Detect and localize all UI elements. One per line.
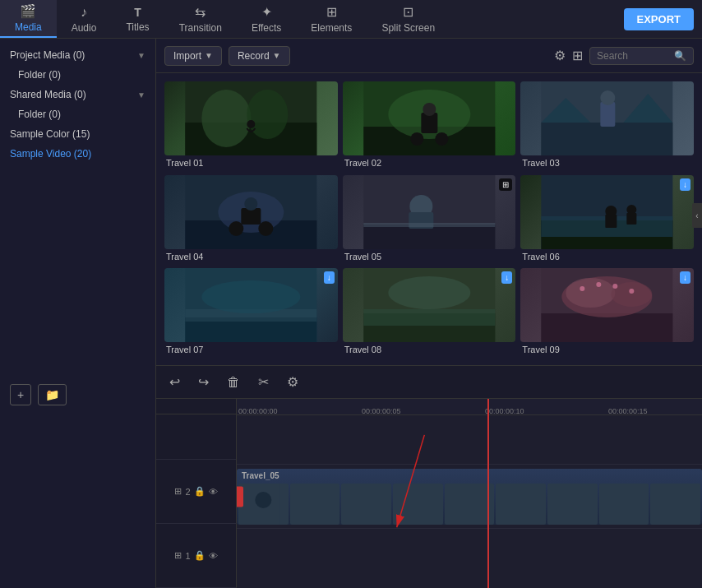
video-thumb-travel04 (164, 175, 338, 249)
export-button[interactable]: EXPORT (624, 8, 694, 30)
svg-point-4 (247, 120, 255, 128)
svg-point-9 (423, 103, 436, 116)
svg-point-23 (229, 221, 243, 236)
svg-point-15 (601, 90, 616, 105)
video-label-travel07: Travel 07 (164, 345, 338, 354)
undo-button[interactable]: ↩ (164, 372, 185, 392)
redo-button[interactable]: ↪ (193, 372, 214, 392)
clip-thumb-2 (290, 484, 340, 525)
grid-icon[interactable]: ⊞ (572, 48, 583, 63)
time-mark-15: 00:00:00:15 (608, 407, 648, 415)
svg-point-22 (244, 197, 257, 211)
media-icon: 🎬 (20, 3, 36, 19)
search-input[interactable] (597, 50, 671, 62)
track-eye-icon-1[interactable]: 👁 (209, 551, 218, 561)
svg-point-50 (580, 286, 585, 291)
nav-transition[interactable]: ⇆ Transition (164, 0, 237, 38)
timeline-clip[interactable]: Travel_05 (237, 469, 702, 525)
sidebar-item-shared-media[interactable]: Shared Media (0) ▼ (0, 85, 155, 104)
track-eye-icon-2[interactable]: 👁 (209, 487, 218, 497)
video-card-travel08[interactable]: ↓ Travel 08 (343, 268, 516, 357)
time-ruler: 00:00:00:00 00:00:00:05 00:00:00:10 00:0… (237, 399, 702, 415)
nav-elements[interactable]: ⊞ Elements (296, 0, 367, 38)
cut-button[interactable]: ✂ (253, 372, 274, 392)
timeline-toolbar: ↩ ↪ 🗑 ✂ ⚙ (156, 366, 702, 399)
sidebar-item-sample-video[interactable]: Sample Video (20) (0, 144, 155, 164)
timeline-container: ⊞ 2 🔒 👁 ⊞ 1 🔒 👁 (156, 399, 702, 588)
video-card-travel03[interactable]: Travel 03 (520, 81, 694, 170)
video-label-travel01: Travel 01 (164, 158, 338, 168)
clip-thumb-4 (393, 484, 443, 525)
download-badge-09: ↓ (680, 271, 690, 284)
timeline-area: ↩ ↪ 🗑 ✂ ⚙ ⊞ 2 🔒 (156, 365, 702, 588)
video-card-travel02[interactable]: Travel 02 (343, 81, 516, 170)
sidebar-item-folder-1[interactable]: Folder (0) (0, 104, 155, 124)
video-card-travel01[interactable]: Travel 01 (164, 81, 338, 170)
video-card-travel04[interactable]: Travel 04 (164, 175, 338, 264)
video-grid: Travel 01 Travel 02 (156, 73, 702, 365)
playhead-marker (237, 486, 243, 507)
splitscreen-icon: ⊡ (403, 4, 413, 20)
collapse-handle[interactable]: ‹ (692, 203, 702, 228)
track-num-2: 2 (185, 487, 190, 497)
time-mark-5: 00:00:00:05 (362, 407, 401, 415)
sidebar-item-project-media[interactable]: Project Media (0) ▼ (0, 45, 155, 65)
clip-thumb-6 (496, 484, 546, 525)
track-lock-icon-2[interactable]: 🔒 (194, 486, 206, 497)
video-card-travel07[interactable]: ↓ Travel 07 (164, 268, 338, 357)
clip-label: Travel_05 (242, 471, 279, 480)
main-layout: Project Media (0) ▼ Folder (0) Shared Me… (0, 39, 702, 588)
clip-thumbnails (237, 469, 702, 525)
delete-button[interactable]: 🗑 (222, 373, 245, 392)
add-folder-button[interactable]: 📁 (38, 384, 67, 405)
video-label-travel02: Travel 02 (343, 158, 516, 168)
sidebar-item-folder-0[interactable]: Folder (0) (0, 65, 155, 85)
audio-icon: ♪ (81, 5, 87, 20)
track-icon-1: ⊞ (174, 550, 182, 561)
add-media-button[interactable]: + (10, 384, 31, 405)
svg-rect-13 (542, 123, 673, 155)
adjust-button[interactable]: ⚙ (282, 372, 303, 392)
filter-icon[interactable]: ⚙ (554, 48, 566, 63)
video-label-travel08: Travel 08 (343, 345, 516, 354)
svg-point-43 (388, 276, 470, 309)
track-num-1: 1 (185, 551, 190, 561)
import-dropdown[interactable]: Import ▼ (164, 46, 222, 66)
record-dropdown[interactable]: Record ▼ (229, 46, 290, 66)
grid-badge: ⊞ (499, 178, 512, 191)
svg-point-48 (566, 278, 616, 308)
svg-rect-46 (542, 313, 673, 342)
empty-track-row (237, 415, 702, 465)
sidebar: Project Media (0) ▼ Folder (0) Shared Me… (0, 39, 156, 588)
toolbar-icons: ⚙ ⊞ (554, 48, 583, 63)
nav-audio[interactable]: ♪ Audio (57, 0, 112, 38)
effects-icon: ✦ (261, 4, 272, 20)
nav-effects[interactable]: ✦ Effects (237, 0, 296, 38)
sidebar-item-sample-color[interactable]: Sample Color (15) (0, 124, 155, 144)
video-label-travel03: Travel 03 (520, 158, 694, 168)
svg-point-51 (597, 282, 602, 287)
svg-point-52 (613, 284, 618, 289)
video-card-travel09[interactable]: ↓ Travel 09 (520, 268, 694, 357)
video-card-travel06[interactable]: ↓ Travel 06 (520, 175, 694, 264)
svg-point-11 (435, 132, 448, 146)
video-label-travel06: Travel 06 (520, 252, 694, 262)
media-toolbar: Import ▼ Record ▼ ⚙ ⊞ 🔍 (156, 39, 702, 73)
import-arrow-icon: ▼ (205, 51, 213, 60)
video-label-travel04: Travel 04 (164, 252, 338, 262)
transition-icon: ⇆ (195, 4, 206, 20)
track-lock-icon-1[interactable]: 🔒 (194, 550, 206, 561)
search-icon: 🔍 (674, 50, 686, 62)
video-label-travel05: Travel 05 (343, 252, 516, 262)
nav-media[interactable]: 🎬 Media (0, 0, 57, 38)
nav-splitscreen[interactable]: ⊡ Split Screen (367, 0, 450, 38)
video-card-travel05[interactable]: ⊞ Travel 05 (343, 175, 516, 264)
clip-thumb-7 (547, 484, 598, 525)
svg-point-40 (201, 280, 300, 313)
video-thumb-travel01 (164, 81, 338, 155)
video-label-travel09: Travel 09 (520, 345, 694, 354)
video-thumb-travel08: ↓ (343, 268, 516, 342)
svg-rect-36 (627, 213, 637, 225)
nav-titles[interactable]: T Titles (111, 0, 164, 38)
svg-point-53 (630, 289, 635, 294)
